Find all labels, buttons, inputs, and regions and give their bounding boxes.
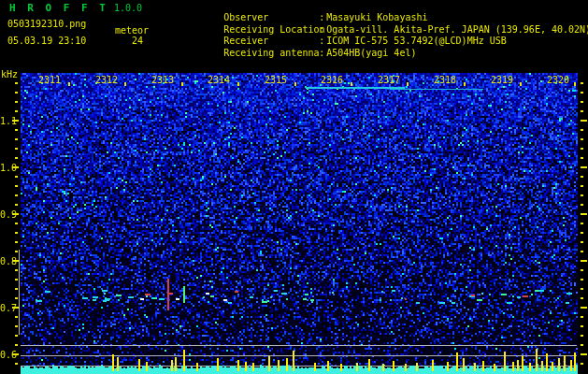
app-version: 1.0.0 — [114, 4, 142, 13]
observation-mode: meteor — [115, 26, 149, 36]
info-label: Receiver — [223, 36, 319, 46]
info-colon: : — [319, 24, 326, 35]
x-tick-label: 2313 — [151, 75, 174, 85]
app-title: H R O F F T — [9, 3, 108, 13]
info-label: Receiving Location — [223, 24, 319, 35]
x-tick-label: 2314 — [208, 75, 230, 85]
info-value: Masayuki Kobayashi — [326, 12, 427, 22]
y-tick-label: 1.0 — [0, 163, 16, 173]
info-colon: : — [319, 12, 326, 22]
x-tick-label: 2315 — [265, 75, 287, 85]
y-tick-label: 0.8 — [0, 256, 16, 266]
station-info: Observer:Masayuki Kobayashi Receiving Lo… — [190, 2, 588, 50]
x-tick-label: 2319 — [491, 75, 513, 85]
info-value: ICOM IC-575 53.7492(@LCD)MHz USB — [326, 36, 507, 46]
y-tick-label: 0.7 — [0, 303, 16, 313]
info-colon: : — [319, 48, 326, 58]
y-axis-unit-label: kHz — [1, 70, 18, 79]
info-row-observer: Observer:Masayuki Kobayashi — [190, 2, 588, 14]
hrofft-screen: H R O F F T 1.0.0 0503192310.png meteor … — [0, 0, 588, 374]
info-value: Ogata-vill. Akita-Pref. JAPAN (139.96E, … — [326, 24, 588, 35]
y-tick-label: 0.6 — [0, 350, 16, 360]
info-label: Observer — [223, 12, 319, 22]
info-label: Receiving antenna — [223, 48, 319, 58]
x-tick-label: 2312 — [95, 75, 118, 85]
x-tick-label: 2316 — [321, 75, 343, 85]
echo-count: 24 — [132, 36, 143, 46]
observation-datetime: 05.03.19 23:10 — [7, 36, 86, 46]
info-colon: : — [319, 36, 326, 46]
x-tick-label: 2318 — [434, 75, 456, 85]
y-tick-label: 0.9 — [0, 209, 16, 220]
x-tick-label: 2317 — [378, 75, 400, 85]
info-value: A504HB(yagi 4el) — [326, 48, 416, 58]
x-tick-label: 2320 — [547, 75, 569, 85]
y-tick-label: 1.1 — [0, 116, 16, 126]
output-filename: 0503192310.png — [7, 20, 86, 29]
x-tick-label: 2311 — [38, 75, 61, 85]
